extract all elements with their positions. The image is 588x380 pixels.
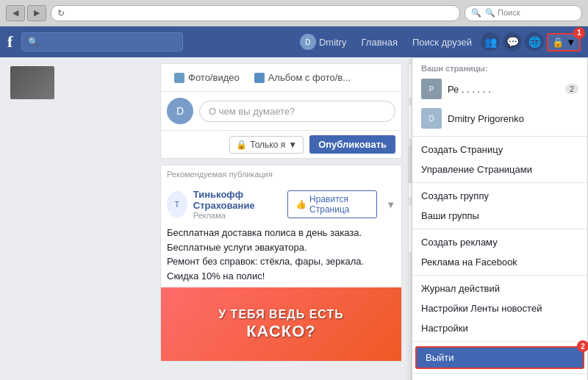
- username-label: Dmitry: [319, 37, 347, 48]
- page-avatar-2: D: [421, 108, 442, 129]
- center-feed: Фото/видео Альбом с фото/в... D О чем вы…: [154, 57, 408, 380]
- post-input-area: D О чем вы думаете?: [161, 92, 401, 130]
- ad-text-line-2: Бесплатные услуги эвакуатора.: [167, 240, 395, 255]
- browser-search-label: 🔍 Поиск: [485, 8, 520, 18]
- dropdown-activity-log[interactable]: Журнал действий: [412, 279, 587, 298]
- dropdown-help[interactable]: Помощь: [412, 377, 587, 380]
- forward-button[interactable]: ▶: [27, 5, 46, 21]
- more-options-icon[interactable]: ▼: [386, 199, 395, 210]
- fb-logo: f: [7, 32, 12, 51]
- left-thumb-image: [10, 66, 54, 99]
- account-menu-button[interactable]: 🔒 ▼ 1: [547, 33, 581, 51]
- dropdown-create-page[interactable]: Создать Страницу: [412, 140, 587, 159]
- refresh-icon[interactable]: ↻: [57, 8, 65, 18]
- dropdown-settings[interactable]: Настройки: [412, 318, 587, 338]
- browser-bar: ◀ ▶ ↻ 🔍 🔍 Поиск: [0, 0, 588, 26]
- fb-search-bar[interactable]: 🔍: [21, 32, 183, 51]
- lock-icon: 🔒: [236, 140, 247, 150]
- post-composer-box: Фото/видео Альбом с фото/в... D О чем вы…: [160, 63, 402, 159]
- dropdown-your-groups[interactable]: Ваши группы: [412, 206, 587, 226]
- browser-search[interactable]: 🔍 🔍 Поиск: [465, 5, 582, 21]
- recommended-post: Рекомендуемая публикация T Тинькофф Стра…: [160, 165, 402, 362]
- dropdown-news-feed-settings[interactable]: Настройки Ленты новостей: [412, 298, 587, 318]
- friends-requests-icon[interactable]: 👥: [481, 32, 500, 51]
- address-bar[interactable]: ↻: [51, 5, 460, 21]
- nav-home[interactable]: Главная: [356, 32, 404, 52]
- dropdown-create-group[interactable]: Создать группу: [412, 186, 587, 206]
- fb-user-profile[interactable]: D Dmitry: [294, 29, 353, 54]
- post-input-field[interactable]: О чем вы думаете?: [199, 101, 395, 122]
- dropdown-help-section: Помощь Входящие от службы поддержки Сооб…: [412, 374, 587, 380]
- dropdown-groups-section: Создать группу Ваши группы: [412, 183, 587, 229]
- privacy-button[interactable]: 🔒 Только я ▼: [229, 136, 304, 154]
- dropdown-logout-section: Выйти 2: [412, 342, 587, 374]
- recommended-header: Рекомендуемая публикация: [161, 165, 401, 183]
- ad-image-line2: КАСКО?: [218, 322, 344, 341]
- ad-text-line-1: Бесплатная доставка полиса в день заказа…: [167, 226, 395, 240]
- nav-find-friends[interactable]: Поиск друзей: [406, 32, 478, 52]
- search-icon: 🔍: [471, 8, 481, 18]
- dropdown-ads-section: Создать рекламу Реклама на Facebook: [412, 229, 587, 276]
- logout-label: Выйти: [426, 352, 454, 363]
- ad-info: Тинькофф Страхование Реклама: [193, 189, 282, 220]
- dropdown-manage-pages[interactable]: Управление Страницами: [412, 159, 587, 179]
- dropdown-settings-section: Журнал действий Настройки Ленты новостей…: [412, 276, 587, 342]
- ad-header: T Тинькофф Страхование Реклама 👍 Нравитс…: [161, 183, 401, 226]
- tab-photo-label: Фото/видео: [188, 72, 240, 83]
- album-icon: [254, 73, 265, 83]
- browser-nav-buttons: ◀ ▶: [6, 5, 46, 21]
- user-avatar: D: [167, 98, 193, 124]
- fb-header: f 🔍 D Dmitry Главная Поиск друзей 👥 💬 🌐 …: [0, 26, 588, 57]
- ad-sub: Реклама: [193, 211, 282, 220]
- dropdown-page-1[interactable]: P Ре . . . . . . 2: [412, 74, 587, 104]
- logout-badge: 2: [577, 340, 588, 352]
- left-post-item[interactable]: [6, 63, 154, 102]
- ad-logo: T: [167, 191, 187, 218]
- dropdown-fb-ads[interactable]: Реклама на Facebook: [412, 252, 587, 272]
- ad-text-line-4: Скидка 10% на полис!: [167, 269, 395, 284]
- tab-album-label: Альбом с фото/в...: [268, 72, 351, 83]
- back-button[interactable]: ◀: [6, 5, 25, 21]
- search-icon: 🔍: [28, 37, 39, 47]
- notifications-icon[interactable]: 🌐: [525, 32, 544, 51]
- post-box-tabs: Фото/видео Альбом с фото/в...: [161, 64, 401, 92]
- fb-nav: D Dmitry Главная Поиск друзей 👥 💬 🌐 🔒 ▼ …: [294, 29, 581, 54]
- recommended-label: Рекомендуемая публикация: [167, 170, 273, 179]
- like-page-button[interactable]: 👍 Нравится Страница: [287, 190, 377, 218]
- privacy-label: Только я: [250, 140, 285, 150]
- page-name-1: Ре . . . . . .: [448, 84, 491, 95]
- dropdown-create-ad[interactable]: Создать рекламу: [412, 232, 587, 252]
- account-badge: 1: [573, 27, 585, 39]
- account-dropdown: Ваши страницы: P Ре . . . . . . 2 D Dmit…: [412, 57, 588, 380]
- page-badge-1: 2: [565, 84, 578, 94]
- avatar: D: [300, 34, 316, 50]
- photo-icon: [174, 73, 184, 83]
- messages-icon[interactable]: 💬: [503, 32, 522, 51]
- tab-photo-video[interactable]: Фото/видео: [167, 68, 247, 87]
- dropdown-logout-button[interactable]: Выйти: [417, 348, 583, 368]
- post-footer: 🔒 Только я ▼ Опубликовать: [161, 130, 401, 158]
- page-name-2: Dmitry Prigorenko: [448, 113, 524, 124]
- tab-album[interactable]: Альбом с фото/в...: [247, 68, 358, 87]
- ad-image-text: У ТЕБЯ ВЕДЬ ЕСТЬ КАСКО?: [218, 307, 344, 342]
- publish-button[interactable]: Опубликовать: [309, 135, 395, 154]
- ad-name: Тинькофф Страхование: [193, 189, 282, 211]
- like-page-label: Нравится Страница: [309, 194, 369, 215]
- ad-image-line1: У ТЕБЯ ВЕДЬ ЕСТЬ: [218, 307, 344, 323]
- ad-image: У ТЕБЯ ВЕДЬ ЕСТЬ КАСКО?: [161, 287, 401, 361]
- your-pages-title: Ваши страницы:: [412, 61, 587, 74]
- dropdown-your-pages-section: Ваши страницы: P Ре . . . . . . 2 D Dmit…: [412, 58, 587, 137]
- page-avatar-1: P: [421, 79, 442, 99]
- dropdown-chevron-icon: ▼: [566, 37, 576, 48]
- left-sidebar: [0, 57, 154, 380]
- ad-text-line-3: Ремонт без справок: стёкла, фары, зеркал…: [167, 254, 395, 269]
- thumbs-up-icon: 👍: [295, 199, 306, 209]
- chevron-down-icon: ▼: [288, 140, 297, 150]
- dropdown-pages-actions-section: Создать Страницу Управление Страницами: [412, 137, 587, 183]
- lock-icon: 🔒: [552, 37, 564, 48]
- dropdown-page-2[interactable]: D Dmitry Prigorenko: [412, 104, 587, 133]
- ad-text: Бесплатная доставка полиса в день заказа…: [161, 226, 401, 287]
